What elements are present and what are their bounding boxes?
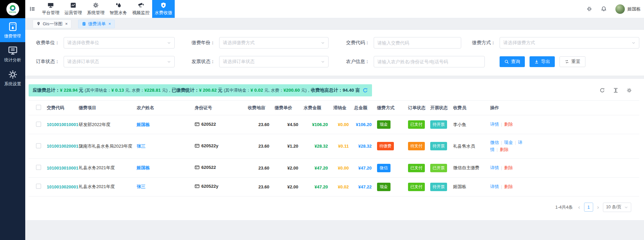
nav-item-platform[interactable]: 平台管理 [39,0,62,18]
page-size-value: 10 条/页 [606,204,621,210]
select-all-checkbox[interactable] [36,105,41,110]
close-icon[interactable]: × [108,21,111,26]
payment-code-link[interactable]: 1010010010001 [47,166,78,171]
code-cell: 1010010020001 [44,134,76,159]
nav-item-smart-water[interactable]: 智慧水务 [107,0,130,18]
refresh-icon[interactable] [600,88,605,93]
code-input[interactable] [374,37,461,49]
fullscreen-icon[interactable] [586,6,592,12]
row-action[interactable]: 删除 [500,147,508,152]
row-action[interactable]: 详情 [490,165,499,170]
water-amount-cell: ¥47.20 [301,158,331,177]
summary-part: ¥ 228.94 [60,88,78,93]
summary-part: ¥228.81 [144,88,161,93]
pay-method-select[interactable]: 请选择缴费方式 [500,37,639,49]
invoice-status-select[interactable]: 请选择订单状态 [219,56,329,67]
sidebar-item-statistics[interactable]: 统计分析 [0,42,25,66]
row-action[interactable]: 现金 [504,140,513,145]
document-icon [82,22,86,26]
select-placeholder: 请选择缴费方式 [503,40,535,46]
idno-cell: 620522y [192,177,245,196]
farmer-name-link[interactable]: 姬国栋 [137,122,150,127]
sidebar-item-payment-management[interactable]: 缴费管理 [0,18,25,42]
project-cell: 礼县水务2021年度 [76,158,134,177]
row-action[interactable]: 删除 [504,184,513,189]
nav-item-operations[interactable]: 运营管理 [62,0,84,18]
row-action[interactable]: 微信 [490,140,499,145]
year-select[interactable]: 请选择缴费方式 [219,37,329,49]
tab-label: Gis一张图 [43,21,63,27]
row-checkbox[interactable] [36,143,41,148]
column-height-icon[interactable] [613,88,618,93]
reset-button[interactable]: 重置 [560,56,585,67]
query-button[interactable]: 查询 [500,56,525,67]
tab-label: 缴费清单 [88,21,106,27]
pay-method-badge: 待缴费 [377,142,394,150]
payment-code-link[interactable]: 1010010020001 [47,144,78,149]
nav-item-video-monitor[interactable]: 视频监控 [130,0,152,18]
export-button[interactable]: 导出 [530,56,555,67]
nav-item-system[interactable]: 系统管理 [84,0,107,18]
column-header: 滞纳金 [331,101,351,115]
checkbox-cell [29,115,44,134]
id-wrap: 620522 [195,122,216,127]
area-cell: 23.60 [245,115,272,134]
bell-icon[interactable] [601,6,607,12]
current-page[interactable]: 1 [584,203,593,212]
collector-cell: 姬国栋 [450,177,487,196]
filter-group-code: 交费代码： [343,37,461,49]
tab-gis-map[interactable]: Gis一张图 × [33,20,71,28]
page-size-select[interactable]: 10 条/页 [603,203,631,212]
gear-icon [8,69,18,80]
map-pin-icon [36,22,41,26]
order-status-cell: 待支付 [405,134,428,159]
farmer-info-input[interactable] [374,56,485,67]
invoice-status-cell: 待开票 [428,177,450,196]
swap-icon [565,59,569,64]
prev-page-button[interactable]: ‹ [577,204,580,210]
table-row: 1010010020001 陇南市礼县水务局2023年度 张三 620522y … [29,134,639,159]
filter-group-invoice-status: 发票状态： 请选择订单状态 [189,56,329,67]
farmer-name-link[interactable]: 张三 [137,184,145,189]
payment-code-link[interactable]: 1010010020001 [47,184,78,189]
invoice-status-badge: 已开票 [430,164,447,172]
row-checkbox[interactable] [36,165,41,170]
payment-code-link[interactable]: 1010010010001 [47,122,78,127]
close-icon[interactable]: × [65,21,68,26]
filter-group-year: 缴费年份： 请选择缴费方式 [189,37,329,49]
avatar[interactable] [615,4,625,14]
column-header: 缴费项目 [76,101,134,115]
chart-icon [70,2,76,8]
nav-item-label: 智慧水务 [110,10,127,16]
invoice-status-badge: 待开票 [430,120,447,129]
user-name[interactable]: 姬国栋 [628,6,641,12]
column-header: 缴费方式 [374,101,405,115]
row-action[interactable]: 详情 [490,122,499,127]
sidebar-item-system-settings[interactable]: 系统设置 [0,66,25,90]
chevron-down-icon [632,41,636,45]
row-action[interactable]: 删除 [504,122,513,127]
order-status-select[interactable]: 请选择订单状态 [64,56,175,67]
farmer-name-link[interactable]: 姬国栋 [137,165,150,170]
row-checkbox[interactable] [36,184,41,189]
column-header: 收费员 [450,101,487,115]
row-checkbox[interactable] [36,122,41,127]
filter-label: 农户信息： [343,59,370,65]
settings-icon[interactable] [626,88,632,93]
order-status-badge: 已支付 [408,183,425,191]
tab-payment-list[interactable]: 缴费清单 × [78,20,115,28]
nav-item-water-fee[interactable]: 水费收缴 [152,0,175,18]
late-fee-cell: ¥0.11 [331,134,351,159]
total-amount-cell: ¥106.20 [351,115,374,134]
refresh-icon[interactable] [363,88,368,93]
pay-method-cell: 微信 [374,158,405,177]
collapse-sidebar-button[interactable] [25,0,39,18]
next-page-button[interactable]: › [597,204,600,210]
chevron-down-icon [624,205,628,209]
row-action[interactable]: 详情 [490,184,499,189]
water-meter-icon [8,22,18,32]
farmer-name-link[interactable]: 张三 [137,144,145,149]
unit-select[interactable]: 请选择收费单位 [64,37,175,49]
pay-method-cell: 现金 [374,115,405,134]
row-action[interactable]: 删除 [504,165,513,170]
